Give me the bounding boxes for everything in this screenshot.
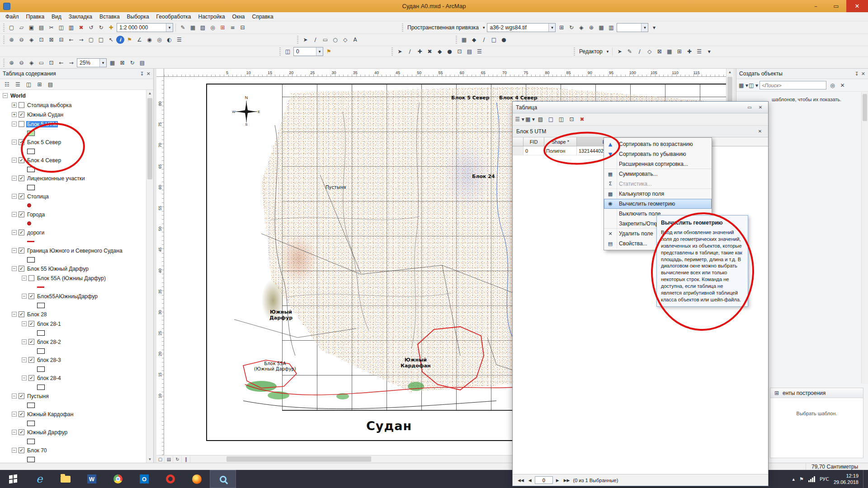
expander-icon[interactable] — [12, 212, 17, 217]
row-selector[interactable] — [513, 146, 524, 155]
georef-rotate-button[interactable]: ↻ — [566, 23, 576, 32]
toc-layer[interactable]: Блок 4 Север — [0, 155, 146, 174]
layer-checkbox[interactable] — [28, 293, 34, 299]
layer-label[interactable]: Лицензионные участки — [26, 175, 86, 182]
expander-icon[interactable] — [22, 339, 27, 344]
time-slider-button[interactable]: ◐ — [165, 35, 174, 45]
layer-label[interactable]: Блок55АЮжниыДарфур — [36, 293, 99, 300]
layer-checkbox[interactable] — [19, 447, 24, 453]
redo-button[interactable]: ↻ — [96, 23, 106, 32]
layer-label[interactable]: Южный Кардофан — [26, 411, 74, 418]
menu-item[interactable]: Окна — [229, 13, 249, 21]
layer-label[interactable]: дороги — [26, 230, 45, 236]
menu-item[interactable]: Настройка — [195, 13, 229, 21]
draw-rectangle-tool[interactable]: ▭ — [321, 35, 330, 45]
toc-layer[interactable]: Блок 55А (Южниы Дарфур) — [0, 273, 146, 291]
python-window-button[interactable]: ≡ — [228, 23, 237, 32]
panel-scrollbar[interactable] — [861, 92, 868, 384]
layer-symbol[interactable] — [27, 203, 31, 207]
layer-checkbox[interactable] — [19, 157, 24, 163]
layout-options-button[interactable]: ▤ — [137, 58, 147, 67]
minimize-button[interactable]: – — [806, 0, 826, 12]
toc-layer[interactable]: Блок 5 Север — [0, 137, 146, 155]
menu-item[interactable]: Закладка — [65, 13, 96, 21]
layer-label[interactable]: Граница Южного и Северного Судана — [26, 248, 123, 254]
scroll-up-icon[interactable]: ▲ — [726, 69, 733, 74]
layer-checkbox[interactable] — [28, 375, 34, 381]
html-popup-tool[interactable]: ☰ — [175, 35, 184, 45]
georef-fit-button[interactable]: ⊞ — [557, 23, 566, 32]
search-go-button[interactable]: ◎ — [828, 80, 837, 90]
menu-sort-ascending[interactable]: ▲ Сортировать по возрастанию — [604, 139, 712, 149]
outlook-icon[interactable]: O — [131, 470, 157, 488]
frame-combo[interactable]: 0▾ — [293, 47, 323, 56]
previous-extent-button[interactable]: ← — [66, 35, 76, 45]
layer-symbol[interactable] — [27, 221, 31, 225]
first-record-button[interactable]: ◀◀ — [516, 477, 525, 483]
expander-icon[interactable] — [22, 276, 27, 281]
toc-layer[interactable]: Блок 5 UTM — [0, 119, 146, 137]
zoom-to-selected-button[interactable]: ⊡ — [567, 115, 576, 124]
expander-icon[interactable] — [12, 194, 17, 199]
menu-sort-descending[interactable]: ▼ Сортировать по убыванию — [604, 149, 712, 159]
chevron-down-icon[interactable]: ▾ — [316, 47, 323, 56]
snapping-menu[interactable]: ▦ — [459, 35, 469, 45]
editor-attributes-button[interactable]: ▦ — [665, 47, 674, 56]
segment-menu[interactable]: ☰ — [475, 47, 484, 56]
table-window-titlebar[interactable]: Таблица ▭ ✕ — [513, 102, 768, 113]
delete-button[interactable]: ✖ — [76, 23, 86, 32]
draw-circle-tool[interactable]: ○ — [330, 35, 340, 45]
expander-icon[interactable] — [12, 394, 17, 399]
georef-link-table-button[interactable]: ▥ — [606, 23, 616, 32]
expander-icon[interactable] — [12, 103, 17, 108]
layer-label[interactable]: Блок 5 Север — [26, 139, 62, 145]
edit-vertices-tool[interactable]: ➤ — [395, 47, 405, 56]
layer-label[interactable]: Блок 4 Север — [26, 157, 62, 164]
column-header-fid[interactable]: FID — [524, 137, 544, 146]
layer-label[interactable]: Блок 5 UTM — [26, 121, 58, 127]
editor-trace-tool[interactable]: ✎ — [625, 47, 634, 56]
layer-label[interactable]: Южный Судан — [26, 112, 64, 118]
layer-label[interactable]: Блок 70 — [26, 447, 47, 454]
layout-zoom-combo[interactable]: 25%▾ — [77, 58, 107, 67]
show-desktop-button[interactable] — [863, 470, 866, 488]
open-button[interactable]: ▱ — [17, 23, 26, 32]
layer-label[interactable]: Блок 28 — [26, 311, 47, 318]
expander-icon[interactable] — [12, 412, 17, 417]
layer-label[interactable]: блок 28-2 — [36, 339, 62, 345]
toc-layer[interactable]: Блок 55 Южный Дарфур — [0, 264, 146, 273]
layout-focus-button[interactable]: ⊠ — [118, 58, 127, 67]
menu-field-calculator[interactable]: ▩ Калькулятор поля — [604, 189, 712, 199]
layer-checkbox[interactable] — [28, 357, 34, 363]
toc-layer[interactable]: Блок 28 — [0, 310, 146, 319]
menu-statistics[interactable]: Σ Статистика... — [604, 179, 712, 189]
next-record-button[interactable]: ▶ — [555, 477, 561, 483]
layer-label[interactable]: блок 28-3 — [36, 357, 62, 363]
editor-dropdown[interactable]: ▾ — [704, 47, 714, 56]
layer-checkbox[interactable] — [19, 248, 24, 253]
expander-icon[interactable] — [22, 321, 27, 326]
viewer-window-button[interactable]: ◫ — [283, 47, 292, 56]
chrome-icon[interactable] — [105, 470, 131, 488]
toc-layer[interactable]: Столица выборка — [0, 100, 146, 110]
new-map-button[interactable]: ▢ — [7, 23, 16, 32]
editor-menu-caret[interactable]: ▾ — [605, 49, 610, 54]
close-icon[interactable]: ✕ — [146, 71, 151, 77]
expander-icon[interactable] — [12, 430, 17, 435]
expander-icon[interactable] — [12, 112, 17, 117]
language-indicator[interactable]: РУС — [820, 476, 829, 482]
pin-icon[interactable]: ↧ — [140, 71, 144, 77]
georef-zoom-button[interactable]: ⊕ — [586, 23, 596, 32]
start-button[interactable] — [0, 470, 26, 488]
undo-button[interactable]: ↺ — [86, 23, 96, 32]
layer-label[interactable]: Блок 55А (Южниы Дарфур) — [36, 275, 107, 282]
layer-checkbox[interactable] — [19, 311, 24, 317]
expander-icon[interactable] — [12, 448, 17, 453]
layer-checkbox[interactable] — [19, 211, 24, 217]
layer-symbol[interactable] — [27, 241, 34, 242]
snap-end-button[interactable]: ● — [499, 35, 509, 45]
georef-links-button[interactable]: ▦ — [596, 23, 606, 32]
expander-icon[interactable] — [12, 230, 17, 235]
menu-calculate-geometry[interactable]: ◉ Вычислить геометрию — [604, 199, 712, 209]
list-by-selection-button[interactable]: ⊞ — [35, 80, 44, 89]
